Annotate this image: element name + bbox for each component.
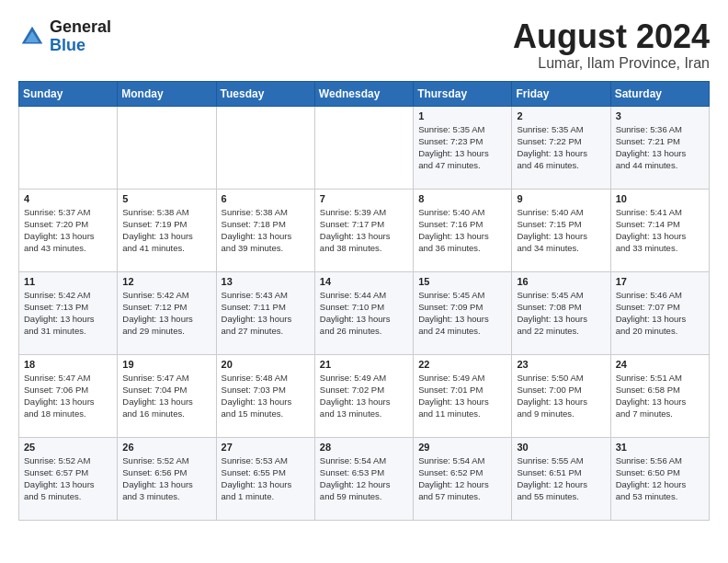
cell-info-line: Sunset: 6:57 PM xyxy=(24,467,88,477)
calendar-cell xyxy=(216,106,314,189)
cell-info-line: Sunrise: 5:53 AM xyxy=(222,455,288,465)
calendar-cell: 7Sunrise: 5:39 AMSunset: 7:17 PMDaylight… xyxy=(314,189,413,271)
cell-info-line: Daylight: 13 hours xyxy=(320,231,391,241)
cell-info: Sunrise: 5:42 AMSunset: 7:12 PMDaylight:… xyxy=(122,289,210,338)
calendar-cell: 20Sunrise: 5:48 AMSunset: 7:03 PMDayligh… xyxy=(216,354,314,437)
calendar-cell: 12Sunrise: 5:42 AMSunset: 7:12 PMDayligh… xyxy=(118,271,216,354)
cell-info-line: Sunrise: 5:44 AM xyxy=(320,290,386,300)
calendar-table: SundayMondayTuesdayWednesdayThursdayFrid… xyxy=(18,81,710,521)
cell-info-line: and 3 minutes. xyxy=(122,491,179,501)
cell-info: Sunrise: 5:56 AMSunset: 6:50 PMDaylight:… xyxy=(616,454,704,503)
calendar-cell: 18Sunrise: 5:47 AMSunset: 7:06 PMDayligh… xyxy=(19,354,118,437)
cell-info: Sunrise: 5:38 AMSunset: 7:18 PMDaylight:… xyxy=(222,206,310,255)
cell-info-line: and 9 minutes. xyxy=(517,408,574,419)
cell-info: Sunrise: 5:48 AMSunset: 7:03 PMDaylight:… xyxy=(222,372,310,420)
calendar-cell: 25Sunrise: 5:52 AMSunset: 6:57 PMDayligh… xyxy=(19,437,118,520)
day-number: 9 xyxy=(517,193,605,204)
cell-info-line: Daylight: 13 hours xyxy=(222,231,292,241)
calendar-cell: 6Sunrise: 5:38 AMSunset: 7:18 PMDaylight… xyxy=(216,189,314,271)
cell-info-line: Sunrise: 5:40 AM xyxy=(517,207,583,217)
cell-info: Sunrise: 5:42 AMSunset: 7:13 PMDaylight:… xyxy=(24,289,112,338)
cell-info-line: and 29 minutes. xyxy=(122,326,185,336)
cell-info-line: Daylight: 13 hours xyxy=(222,314,292,324)
cell-info-line: Sunset: 7:06 PM xyxy=(24,385,88,395)
day-number: 12 xyxy=(122,276,210,287)
day-number: 27 xyxy=(222,442,310,453)
cell-info-line: Sunrise: 5:54 AM xyxy=(418,455,484,465)
cell-info: Sunrise: 5:51 AMSunset: 6:58 PMDaylight:… xyxy=(616,372,704,420)
cell-info: Sunrise: 5:54 AMSunset: 6:53 PMDaylight:… xyxy=(320,454,408,503)
day-number: 6 xyxy=(222,193,310,204)
cell-info: Sunrise: 5:40 AMSunset: 7:16 PMDaylight:… xyxy=(418,206,506,255)
cell-info-line: Sunset: 7:02 PM xyxy=(320,385,384,395)
cell-info: Sunrise: 5:47 AMSunset: 7:06 PMDaylight:… xyxy=(24,372,112,420)
day-number: 14 xyxy=(320,276,408,287)
cell-info-line: Daylight: 12 hours xyxy=(320,479,391,489)
cell-info-line: Sunset: 7:17 PM xyxy=(320,219,384,229)
cell-info-line: Sunset: 7:07 PM xyxy=(616,302,680,312)
cell-info-line: Daylight: 13 hours xyxy=(418,314,489,324)
cell-info-line: and 38 minutes. xyxy=(320,243,382,253)
cell-info-line: Sunrise: 5:42 AM xyxy=(122,290,188,300)
cell-info: Sunrise: 5:47 AMSunset: 7:04 PMDaylight:… xyxy=(122,372,210,420)
day-number: 25 xyxy=(24,442,112,453)
day-number: 20 xyxy=(222,359,310,370)
day-number: 19 xyxy=(122,359,210,370)
cell-info-line: Sunrise: 5:52 AM xyxy=(122,455,188,465)
calendar-cell: 11Sunrise: 5:42 AMSunset: 7:13 PMDayligh… xyxy=(19,271,118,354)
cell-info-line: and 13 minutes. xyxy=(320,408,382,419)
day-number: 28 xyxy=(320,442,408,453)
cell-info-line: Daylight: 12 hours xyxy=(418,479,489,489)
cell-info-line: Daylight: 13 hours xyxy=(24,231,95,241)
cell-info-line: Sunset: 6:51 PM xyxy=(517,467,581,477)
cell-info-line: and 16 minutes. xyxy=(122,408,185,419)
calendar-cell: 24Sunrise: 5:51 AMSunset: 6:58 PMDayligh… xyxy=(610,354,709,437)
cell-info-line: Daylight: 12 hours xyxy=(517,479,587,489)
calendar-week-4: 18Sunrise: 5:47 AMSunset: 7:06 PMDayligh… xyxy=(19,354,710,437)
calendar-cell: 31Sunrise: 5:56 AMSunset: 6:50 PMDayligh… xyxy=(610,437,709,520)
cell-info-line: Daylight: 13 hours xyxy=(616,396,687,407)
cell-info-line: Sunrise: 5:45 AM xyxy=(418,290,484,300)
cell-info-line: Daylight: 13 hours xyxy=(222,396,292,407)
cell-info-line: Sunrise: 5:48 AM xyxy=(222,373,288,383)
cell-info-line: Daylight: 12 hours xyxy=(616,479,687,489)
cell-info-line: Sunset: 7:00 PM xyxy=(517,385,581,395)
cell-info-line: Daylight: 13 hours xyxy=(122,314,193,324)
day-number: 31 xyxy=(616,442,704,453)
cell-info-line: Sunrise: 5:49 AM xyxy=(418,373,484,383)
cell-info-line: Sunrise: 5:40 AM xyxy=(418,207,484,217)
cell-info-line: Sunrise: 5:46 AM xyxy=(616,290,682,300)
cell-info: Sunrise: 5:46 AMSunset: 7:07 PMDaylight:… xyxy=(616,289,704,338)
day-number: 21 xyxy=(320,359,408,370)
day-number: 2 xyxy=(517,110,605,121)
cell-info-line: Sunrise: 5:47 AM xyxy=(122,373,188,383)
cell-info-line: and 27 minutes. xyxy=(222,326,284,336)
cell-info: Sunrise: 5:45 AMSunset: 7:09 PMDaylight:… xyxy=(418,289,506,338)
cell-info-line: Daylight: 13 hours xyxy=(418,148,489,158)
calendar-cell xyxy=(314,106,413,189)
location-subtitle: Lumar, Ilam Province, Iran xyxy=(513,55,710,72)
cell-info: Sunrise: 5:49 AMSunset: 7:02 PMDaylight:… xyxy=(320,372,408,420)
cell-info-line: Sunset: 6:50 PM xyxy=(616,467,680,477)
calendar-cell: 10Sunrise: 5:41 AMSunset: 7:14 PMDayligh… xyxy=(610,189,709,271)
day-number: 3 xyxy=(616,110,704,121)
cell-info-line: Daylight: 13 hours xyxy=(517,314,587,324)
calendar-body: 1Sunrise: 5:35 AMSunset: 7:23 PMDaylight… xyxy=(19,106,710,520)
calendar-cell: 3Sunrise: 5:36 AMSunset: 7:21 PMDaylight… xyxy=(610,106,709,189)
cell-info-line: Sunset: 7:03 PM xyxy=(222,385,286,395)
logo: General Blue xyxy=(18,18,111,55)
calendar-cell: 23Sunrise: 5:50 AMSunset: 7:00 PMDayligh… xyxy=(512,354,610,437)
cell-info: Sunrise: 5:45 AMSunset: 7:08 PMDaylight:… xyxy=(517,289,605,338)
cell-info-line: and 34 minutes. xyxy=(517,243,579,253)
day-number: 26 xyxy=(122,442,210,453)
cell-info-line: and 1 minute. xyxy=(222,491,275,501)
cell-info-line: Daylight: 13 hours xyxy=(517,148,587,158)
cell-info-line: Sunrise: 5:56 AM xyxy=(616,455,682,465)
cell-info-line: and 36 minutes. xyxy=(418,243,481,253)
cell-info-line: and 41 minutes. xyxy=(122,243,185,253)
cell-info: Sunrise: 5:44 AMSunset: 7:10 PMDaylight:… xyxy=(320,289,408,338)
calendar-cell: 30Sunrise: 5:55 AMSunset: 6:51 PMDayligh… xyxy=(512,437,610,520)
cell-info-line: Sunrise: 5:49 AM xyxy=(320,373,386,383)
cell-info-line: and 22 minutes. xyxy=(517,326,579,336)
cell-info-line: and 18 minutes. xyxy=(24,408,86,419)
